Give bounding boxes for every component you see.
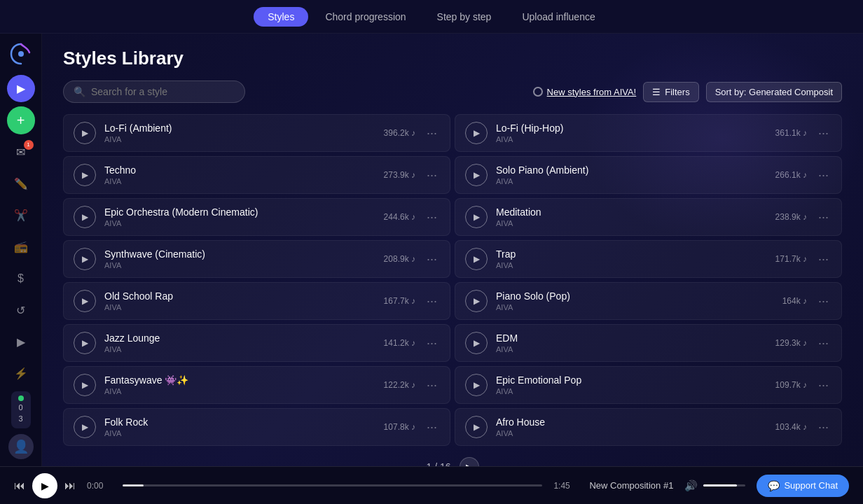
style-item[interactable]: ▶ Epic Orchestra (Modern Cinematic) AIVA… [63, 198, 450, 236]
more-options-button[interactable]: ··· [424, 420, 440, 435]
counter-bottom: 3 [18, 414, 24, 424]
style-item[interactable]: ▶ Lo-Fi (Hip-Hop) AIVA 361.1k ♪ ··· [455, 114, 842, 152]
next-button[interactable]: ⏭ [64, 479, 76, 492]
volume-fill [703, 484, 737, 486]
style-item[interactable]: ▶ Trap AIVA 171.7k ♪ ··· [455, 240, 842, 278]
style-count: 164k ♪ [782, 296, 807, 306]
edit-button[interactable]: ✏️ [7, 170, 35, 197]
style-item[interactable]: ▶ Old School Rap AIVA 167.7k ♪ ··· [63, 282, 450, 320]
style-name: Trap [496, 248, 767, 260]
more-options-button[interactable]: ··· [424, 252, 440, 267]
style-item[interactable]: ▶ EDM AIVA 129.3k ♪ ··· [455, 324, 842, 362]
filters-button[interactable]: ☰ Filters [643, 82, 698, 102]
more-options-button[interactable]: ··· [815, 252, 831, 267]
style-author: AIVA [104, 261, 375, 270]
total-time: 1:45 [553, 481, 578, 491]
style-item[interactable]: ▶ Meditation AIVA 238.9k ♪ ··· [455, 198, 842, 236]
add-button[interactable]: + [7, 106, 35, 134]
style-count: 244.6k ♪ [384, 212, 415, 222]
more-options-button[interactable]: ··· [815, 294, 831, 309]
tab-step-by-step[interactable]: Step by step [423, 7, 506, 27]
style-info: Afro House AIVA [496, 416, 767, 438]
more-options-button[interactable]: ··· [424, 168, 440, 183]
flash-button[interactable]: ⚡ [7, 360, 35, 387]
more-options-button[interactable]: ··· [815, 420, 831, 435]
sort-button[interactable]: Sort by: Generated Composit [706, 82, 842, 102]
style-item[interactable]: ▶ Lo-Fi (Ambient) AIVA 396.2k ♪ ··· [63, 114, 450, 152]
style-name: Piano Solo (Pop) [496, 290, 774, 302]
svg-point-0 [18, 51, 24, 57]
more-options-button[interactable]: ··· [815, 378, 831, 393]
style-item[interactable]: ▶ Solo Piano (Ambient) AIVA 266.1k ♪ ··· [455, 156, 842, 194]
play-nav-button[interactable]: ▶ [7, 328, 35, 356]
user-avatar[interactable]: 👤 [8, 434, 34, 459]
style-item[interactable]: ▶ Piano Solo (Pop) AIVA 164k ♪ ··· [455, 282, 842, 320]
style-item[interactable]: ▶ Folk Rock AIVA 107.8k ♪ ··· [63, 408, 450, 446]
style-item[interactable]: ▶ Afro House AIVA 103.4k ♪ ··· [455, 408, 842, 446]
search-box[interactable]: 🔍 [63, 80, 245, 103]
new-styles-link[interactable]: New styles from AIVA! [547, 87, 637, 97]
play-style-button[interactable]: ▶ [74, 122, 96, 144]
play-style-button[interactable]: ▶ [74, 248, 96, 270]
radio-button[interactable]: 📻 [7, 233, 35, 260]
prev-button[interactable]: ⏮ [14, 479, 25, 492]
player-controls: ⏮ ▶ ⏭ [14, 473, 76, 498]
style-author: AIVA [104, 429, 375, 438]
volume-track[interactable] [703, 484, 745, 486]
more-options-button[interactable]: ··· [424, 336, 440, 351]
billing-button[interactable]: $ [7, 265, 35, 292]
more-options-button[interactable]: ··· [815, 336, 831, 351]
content-area: Styles Library 🔍 New styles from AIVA! ☰… [42, 34, 863, 466]
play-style-button[interactable]: ▶ [74, 332, 96, 354]
play-pause-button[interactable]: ▶ [32, 473, 57, 498]
style-item[interactable]: ▶ Fantasywave 👾✨ AIVA 122.2k ♪ ··· [63, 366, 450, 404]
more-options-button[interactable]: ··· [815, 126, 831, 141]
more-options-button[interactable]: ··· [424, 294, 440, 309]
play-style-button[interactable]: ▶ [465, 332, 488, 354]
play-style-button[interactable]: ▶ [74, 206, 96, 228]
filters-label: Filters [665, 87, 689, 97]
style-item[interactable]: ▶ Techno AIVA 273.9k ♪ ··· [63, 156, 450, 194]
play-style-button[interactable]: ▶ [74, 164, 96, 186]
scissors-button[interactable]: ✂️ [7, 202, 35, 229]
more-options-button[interactable]: ··· [424, 210, 440, 225]
play-style-button[interactable]: ▶ [74, 374, 96, 396]
progress-fill [123, 484, 144, 486]
play-style-button[interactable]: ▶ [465, 248, 488, 270]
notification-button[interactable]: ✉ 1 [7, 139, 35, 166]
more-options-button[interactable]: ··· [815, 210, 831, 225]
play-style-button[interactable]: ▶ [74, 416, 96, 438]
more-options-button[interactable]: ··· [424, 126, 440, 141]
tab-upload-influence[interactable]: Upload influence [508, 7, 609, 27]
filter-icon: ☰ [652, 87, 661, 97]
sidebar-expand-btn[interactable]: ▶ [7, 75, 35, 102]
play-style-button[interactable]: ▶ [465, 122, 488, 144]
tab-chord-progression[interactable]: Chord progression [311, 7, 420, 27]
style-count: 238.9k ♪ [775, 212, 807, 222]
style-author: AIVA [496, 135, 767, 144]
play-style-button[interactable]: ▶ [465, 374, 488, 396]
play-style-button[interactable]: ▶ [465, 416, 488, 438]
more-options-button[interactable]: ··· [815, 168, 831, 183]
top-navigation: Styles Chord progression Step by step Up… [0, 0, 863, 34]
progress-track[interactable] [123, 484, 542, 486]
app-logo[interactable] [8, 41, 34, 66]
history-button[interactable]: ↺ [7, 297, 35, 324]
more-options-button[interactable]: ··· [424, 378, 440, 393]
play-style-button[interactable]: ▶ [465, 290, 488, 312]
play-style-button[interactable]: ▶ [74, 290, 96, 312]
next-page-button[interactable]: ▶ [460, 457, 479, 466]
style-count: 361.1k ♪ [775, 128, 807, 138]
bottom-player: ⏮ ▶ ⏭ 0:00 1:45 New Composition #1 🔊 💬 S… [0, 466, 863, 504]
style-author: AIVA [496, 177, 767, 186]
style-item[interactable]: ▶ Epic Emotional Pop AIVA 109.7k ♪ ··· [455, 366, 842, 404]
play-style-button[interactable]: ▶ [465, 206, 488, 228]
tab-styles[interactable]: Styles [254, 7, 308, 27]
style-item[interactable]: ▶ Synthwave (Cinematic) AIVA 208.9k ♪ ··… [63, 240, 450, 278]
support-chat-button[interactable]: 💬 Support Chat [757, 475, 849, 497]
play-style-button[interactable]: ▶ [465, 164, 488, 186]
new-styles-badge[interactable]: New styles from AIVA! [533, 87, 637, 97]
style-item[interactable]: ▶ Jazz Lounge AIVA 141.2k ♪ ··· [63, 324, 450, 362]
search-input[interactable] [91, 86, 235, 97]
style-info: Meditation AIVA [496, 206, 767, 227]
